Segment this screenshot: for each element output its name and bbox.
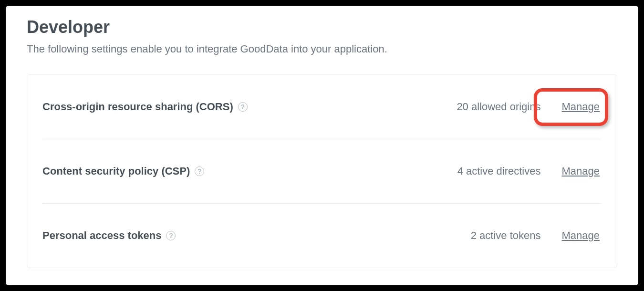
help-icon[interactable]: ?: [195, 166, 204, 176]
settings-row-cors: Cross-origin resource sharing (CORS) ? 2…: [42, 75, 602, 139]
help-icon[interactable]: ?: [238, 102, 248, 112]
tokens-manage-link[interactable]: Manage: [560, 227, 602, 245]
settings-row-csp: Content security policy (CSP) ? 4 active…: [42, 139, 602, 204]
settings-row-tokens: Personal access tokens ? 2 active tokens…: [42, 204, 602, 268]
page-description: The following settings enable you to int…: [27, 43, 617, 55]
settings-card: Cross-origin resource sharing (CORS) ? 2…: [27, 74, 617, 268]
csp-status: 4 active directives: [457, 165, 541, 177]
csp-title: Content security policy (CSP): [42, 165, 190, 177]
row-right: 20 allowed origins Manage: [457, 98, 602, 116]
row-left: Personal access tokens ?: [42, 229, 176, 242]
row-left: Cross-origin resource sharing (CORS) ?: [42, 101, 248, 113]
tokens-status: 2 active tokens: [471, 229, 541, 242]
row-right: 2 active tokens Manage: [471, 227, 602, 245]
page-title: Developer: [27, 17, 617, 37]
cors-manage-link[interactable]: Manage: [560, 98, 602, 116]
row-left: Content security policy (CSP) ?: [42, 165, 204, 177]
developer-settings-page: Developer The following settings enable …: [6, 6, 638, 285]
csp-manage-link[interactable]: Manage: [560, 162, 602, 180]
help-icon[interactable]: ?: [166, 231, 176, 240]
tokens-title: Personal access tokens: [42, 229, 161, 242]
row-right: 4 active directives Manage: [457, 162, 602, 180]
cors-status: 20 allowed origins: [457, 101, 540, 113]
cors-title: Cross-origin resource sharing (CORS): [42, 101, 233, 113]
